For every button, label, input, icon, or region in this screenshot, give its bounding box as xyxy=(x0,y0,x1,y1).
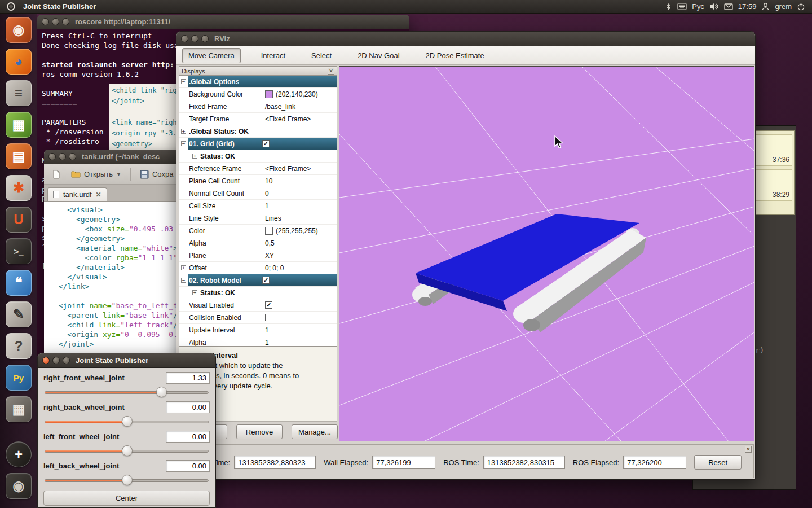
launcher-help[interactable]: ? xyxy=(6,333,32,359)
keyboard-layout-label[interactable]: Рус xyxy=(692,2,704,11)
tool-2d-pose-estimate[interactable]: 2D Pose Estimate xyxy=(420,49,490,63)
property-row[interactable]: +Status: OK xyxy=(179,287,337,299)
property-row[interactable]: +Background Color(202,140,230) xyxy=(179,88,337,100)
panel-close-icon[interactable]: ✕ xyxy=(745,446,752,453)
row-value[interactable]: 1 xyxy=(262,324,337,336)
note-card[interactable]: 37:36 xyxy=(755,134,792,166)
time-field-value[interactable]: 77,326199 xyxy=(372,456,435,469)
ubuntu-logo-icon[interactable] xyxy=(7,2,15,11)
row-value[interactable]: 0; 0; 0 xyxy=(262,262,337,274)
remove-button[interactable]: Remove xyxy=(236,424,283,439)
property-row[interactable]: +Fixed Frame/base_link xyxy=(179,100,337,113)
clock[interactable]: 17:59 xyxy=(738,2,757,11)
panel-close-icon[interactable]: ✕ xyxy=(328,68,334,75)
property-row[interactable]: +PlaneXY xyxy=(179,249,337,262)
bluetooth-icon[interactable] xyxy=(665,2,672,11)
slider-handle[interactable] xyxy=(122,475,133,485)
property-row[interactable]: +Visual Enabled✓ xyxy=(179,299,337,312)
enabled-checkbox[interactable]: ✓ xyxy=(262,140,270,147)
maximize-icon[interactable] xyxy=(63,357,70,364)
property-row[interactable]: +Status: OK xyxy=(179,150,337,163)
launcher-terminal[interactable]: >_ xyxy=(6,238,32,264)
row-value[interactable]: Lines xyxy=(262,212,337,224)
property-row[interactable]: +Line StyleLines xyxy=(179,212,337,225)
reset-button[interactable]: Reset xyxy=(694,455,742,470)
row-value[interactable] xyxy=(262,312,337,323)
display-group-row[interactable]: −.Global Options xyxy=(179,76,337,88)
minimize-icon[interactable] xyxy=(59,153,66,160)
color-swatch[interactable] xyxy=(265,90,273,98)
property-row[interactable]: +Alpha0,5 xyxy=(179,237,337,249)
row-value[interactable]: ✓ xyxy=(262,299,337,311)
joint-slider[interactable] xyxy=(43,473,210,488)
power-icon[interactable] xyxy=(797,2,805,11)
open-button[interactable]: Открыть ▼ xyxy=(67,168,126,181)
row-value[interactable]: 10 xyxy=(262,175,337,187)
joint-value-box[interactable]: 0.00 xyxy=(166,401,210,413)
launcher-ubuntu-one[interactable]: U xyxy=(6,207,32,233)
property-row[interactable]: +Offset0; 0; 0 xyxy=(179,262,337,274)
row-value[interactable]: /base_link xyxy=(262,100,337,112)
close-icon[interactable] xyxy=(181,35,188,42)
minimize-icon[interactable] xyxy=(52,18,59,25)
launcher-firefox[interactable]: ◕ xyxy=(6,49,32,75)
slider-handle[interactable] xyxy=(156,387,167,397)
property-row[interactable]: +.Global Status: OK xyxy=(179,125,337,138)
expander-icon[interactable]: + xyxy=(192,290,197,295)
property-row[interactable]: +Update Interval1 xyxy=(179,324,337,336)
tool-interact[interactable]: Interact xyxy=(255,49,291,63)
property-row[interactable]: +Alpha1 xyxy=(179,336,337,347)
maximize-icon[interactable] xyxy=(201,35,209,42)
row-value[interactable]: 0,5 xyxy=(262,237,337,249)
user-icon[interactable] xyxy=(761,2,770,11)
row-value[interactable]: 1 xyxy=(262,200,337,212)
color-swatch[interactable] xyxy=(265,227,273,235)
save-button[interactable]: Сохра xyxy=(135,168,178,181)
note-card[interactable]: 38:29 xyxy=(755,169,792,201)
minimize-icon[interactable] xyxy=(52,357,60,364)
launcher-eye[interactable]: ◉ xyxy=(6,473,32,499)
display-group-row[interactable]: −01. Grid (Grid)✓ xyxy=(179,138,337,150)
manage-button[interactable]: Manage... xyxy=(292,424,338,439)
jsp-titlebar[interactable]: Joint State Publisher xyxy=(38,353,215,368)
row-value[interactable]: <Fixed Frame> xyxy=(262,113,337,125)
launcher-software-center[interactable]: ✱ xyxy=(6,175,32,201)
close-icon[interactable] xyxy=(42,357,50,364)
display-group-row[interactable]: −02. Robot Model✓ xyxy=(179,274,337,287)
tool-select[interactable]: Select xyxy=(306,49,337,63)
minimize-icon[interactable] xyxy=(191,35,198,42)
slider-handle[interactable] xyxy=(122,416,133,427)
launcher-workspace-switcher[interactable]: ▦ xyxy=(6,396,32,422)
expander-icon[interactable]: − xyxy=(181,79,186,84)
expander-icon[interactable]: + xyxy=(192,154,197,159)
time-field-value[interactable]: 77,326200 xyxy=(623,456,686,469)
time-field-value[interactable]: 1313852382,830315 xyxy=(483,456,565,469)
row-value[interactable]: (202,140,230) xyxy=(262,88,337,100)
joint-slider[interactable] xyxy=(43,385,210,400)
terminal-titlebar[interactable]: roscore http://laptop:11311/ xyxy=(37,15,409,29)
keyboard-icon[interactable] xyxy=(677,3,687,10)
tool-2d-nav-goal[interactable]: 2D Nav Goal xyxy=(352,49,405,63)
row-value[interactable]: XY xyxy=(262,249,337,261)
property-row[interactable]: +Target Frame<Fixed Frame> xyxy=(179,113,337,125)
launcher-gedit[interactable]: ≡ xyxy=(6,80,32,106)
tab-close-icon[interactable]: ✕ xyxy=(96,191,102,199)
joint-value-box[interactable]: 0.00 xyxy=(166,460,210,472)
rviz-3d-viewport[interactable] xyxy=(339,66,754,441)
new-document-button[interactable] xyxy=(47,168,65,181)
maximize-icon[interactable] xyxy=(69,153,76,160)
property-row[interactable]: +Collision Enabled xyxy=(179,312,337,324)
row-value[interactable]: <Fixed Frame> xyxy=(262,163,337,174)
expander-icon[interactable]: − xyxy=(181,278,186,283)
displays-panel-header[interactable]: Displays ✕ xyxy=(179,66,337,76)
checkbox[interactable]: ✓ xyxy=(265,301,272,309)
launcher-zoom[interactable]: + xyxy=(6,441,32,467)
mail-icon[interactable] xyxy=(724,3,733,10)
tool-move-camera[interactable]: Move Camera xyxy=(182,48,241,63)
expander-icon[interactable]: − xyxy=(181,141,186,146)
property-row[interactable]: +Plane Cell Count10 xyxy=(179,175,337,187)
time-field-value[interactable]: 1313852382,830323 xyxy=(234,456,316,469)
close-icon[interactable] xyxy=(48,153,56,160)
joint-value-box[interactable]: 0.00 xyxy=(166,431,210,443)
joint-slider[interactable] xyxy=(43,414,210,429)
